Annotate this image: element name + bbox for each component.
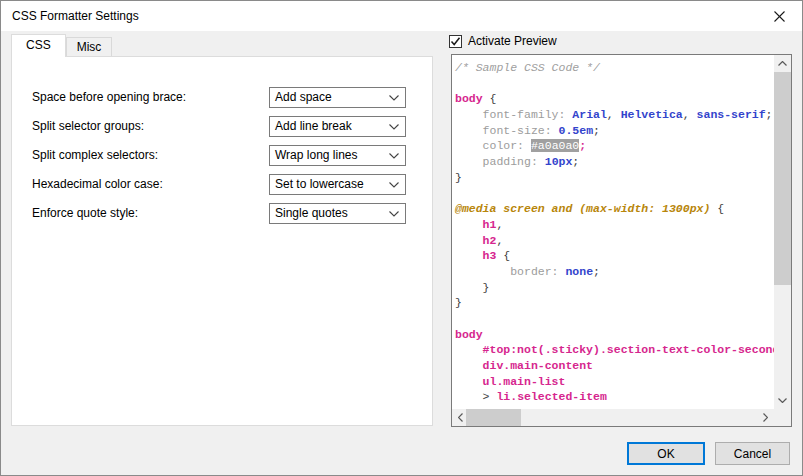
scroll-down-button[interactable]: [774, 392, 791, 409]
form-row-label: Split complex selectors:: [32, 145, 158, 166]
form-row-label: Space before opening brace:: [32, 87, 186, 108]
tab-bar: CSS Misc: [11, 34, 112, 57]
form-row-dropdown[interactable]: Add line break: [269, 116, 406, 137]
form-row-dropdown[interactable]: Set to lowercase: [269, 174, 406, 195]
chevron-down-icon: [389, 182, 399, 188]
dropdown-selected-value: Set to lowercase: [275, 175, 364, 194]
code-line: [455, 186, 774, 202]
css-preview-pane: /* Sample CSS Code */ body { font-family…: [451, 54, 792, 427]
form-row: Hexadecimal color case: Set to lowercase: [32, 174, 422, 195]
code-line: #top:not(.sticky).section-text-color-sec…: [455, 342, 774, 358]
form-row: Split selector groups: Add line break: [32, 116, 422, 137]
activate-preview-checkbox[interactable]: Activate Preview: [449, 33, 557, 49]
close-button[interactable]: [756, 1, 802, 31]
code-line: /* Sample CSS Code */: [455, 60, 774, 76]
horizontal-scroll-thumb[interactable]: [466, 409, 521, 426]
tab-label: CSS: [26, 38, 51, 52]
horizontal-scrollbar[interactable]: [452, 409, 774, 426]
code-content: /* Sample CSS Code */ body { font-family…: [452, 55, 774, 409]
scroll-right-button[interactable]: [757, 409, 774, 426]
css-tab-panel: Space before opening brace: Add space Sp…: [11, 56, 433, 426]
window-title: CSS Formatter Settings: [12, 1, 139, 31]
close-icon: [774, 11, 785, 22]
ok-button[interactable]: OK: [627, 442, 705, 465]
form-row-dropdown[interactable]: Single quotes: [269, 203, 406, 224]
form-row: Space before opening brace: Add space: [32, 87, 422, 108]
chevron-right-icon: [763, 413, 768, 422]
code-line: @media screen and (max-width: 1300px) {: [455, 201, 774, 217]
dropdown-selected-value: Single quotes: [275, 204, 348, 223]
checkbox-box[interactable]: [449, 35, 462, 48]
chevron-down-icon: [389, 124, 399, 130]
chevron-down-icon: [389, 153, 399, 159]
form-row-dropdown[interactable]: Add space: [269, 87, 406, 108]
code-line: border: none;: [455, 264, 774, 280]
code-line: [455, 311, 774, 327]
form-row: Enforce quote style: Single quotes: [32, 203, 422, 224]
code-line: body {: [455, 91, 774, 107]
css-formatter-settings-dialog: CSS Formatter Settings CSS Misc Space be…: [0, 0, 803, 476]
check-icon: [450, 36, 461, 47]
form-row-label: Hexadecimal color case:: [32, 174, 163, 195]
tab-css[interactable]: CSS: [11, 34, 66, 57]
form-row: Split complex selectors: Wrap long lines: [32, 145, 422, 166]
form-row-label: Enforce quote style:: [32, 203, 138, 224]
code-line: }: [455, 280, 774, 296]
vertical-scrollbar[interactable]: [774, 55, 791, 409]
dropdown-selected-value: Add line break: [275, 117, 352, 136]
code-line: h3 {: [455, 248, 774, 264]
dropdown-selected-value: Wrap long lines: [275, 146, 358, 165]
code-line: [455, 76, 774, 92]
chevron-down-icon: [389, 95, 399, 101]
vertical-scroll-thumb[interactable]: [774, 72, 791, 285]
scrollbar-corner: [774, 409, 791, 426]
tab-label: Misc: [77, 40, 102, 54]
code-line: padding: 10px;: [455, 154, 774, 170]
code-line: }: [455, 295, 774, 311]
code-line: font-size: 0.5em;: [455, 123, 774, 139]
form-row-dropdown[interactable]: Wrap long lines: [269, 145, 406, 166]
title-bar: CSS Formatter Settings: [1, 1, 802, 31]
code-line: body: [455, 327, 774, 343]
code-line: h1,: [455, 217, 774, 233]
code-line: > li.selected-item: [455, 389, 774, 405]
code-line: h2,: [455, 233, 774, 249]
tab-misc[interactable]: Misc: [66, 37, 113, 56]
code-line: font-family: Arial, Helvetica, sans-seri…: [455, 107, 774, 123]
dropdown-selected-value: Add space: [275, 88, 332, 107]
cancel-button[interactable]: Cancel: [715, 442, 790, 465]
chevron-down-icon: [389, 211, 399, 217]
chevron-down-icon: [778, 398, 787, 403]
scroll-up-button[interactable]: [774, 55, 791, 72]
code-line: div.main-content: [455, 358, 774, 374]
form-row-label: Split selector groups:: [32, 116, 144, 137]
chevron-left-icon: [458, 413, 463, 422]
code-line: }: [455, 170, 774, 186]
activate-preview-label: Activate Preview: [468, 34, 557, 48]
chevron-up-icon: [778, 61, 787, 66]
code-line: color: #a0a0a0;: [455, 138, 774, 154]
code-line: ul.main-list: [455, 374, 774, 390]
